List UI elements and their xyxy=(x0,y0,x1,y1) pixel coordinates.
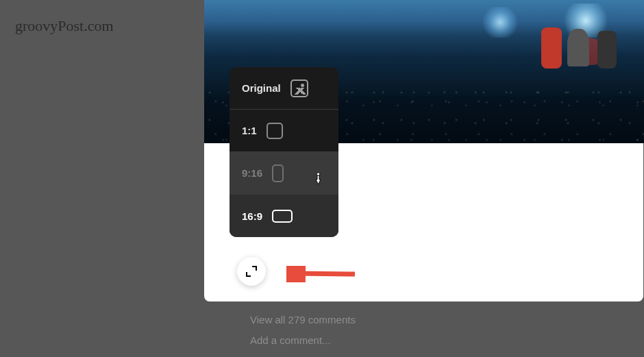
band-figure xyxy=(597,31,617,69)
view-all-comments-link[interactable]: View all 279 comments xyxy=(250,314,356,325)
square-icon xyxy=(267,123,283,139)
aspect-option-16-9[interactable]: 16:9 xyxy=(230,195,338,237)
expand-icon xyxy=(246,266,257,277)
image-icon xyxy=(290,79,308,97)
add-comment-input[interactable]: Add a comment... xyxy=(250,334,331,346)
crop-expand-button[interactable] xyxy=(237,257,266,286)
band-figure xyxy=(567,29,589,66)
watermark-text: groovyPost.com xyxy=(15,17,114,35)
pointer-cursor-icon xyxy=(313,173,324,186)
aspect-label: 9:16 xyxy=(242,167,262,179)
svg-line-0 xyxy=(296,273,355,274)
aspect-label: 1:1 xyxy=(242,125,257,136)
aspect-ratio-menu: Original 1:1 9:16 16:9 xyxy=(230,67,338,237)
svg-rect-1 xyxy=(317,173,320,175)
aspect-option-original[interactable]: Original xyxy=(230,67,338,110)
annotation-arrow xyxy=(286,266,358,285)
aspect-label: 16:9 xyxy=(242,210,262,222)
landscape-icon xyxy=(272,210,293,223)
band-figure xyxy=(541,27,562,69)
portrait-icon xyxy=(272,164,284,182)
aspect-option-1-1[interactable]: 1:1 xyxy=(230,110,338,152)
aspect-label: Original xyxy=(242,82,281,94)
